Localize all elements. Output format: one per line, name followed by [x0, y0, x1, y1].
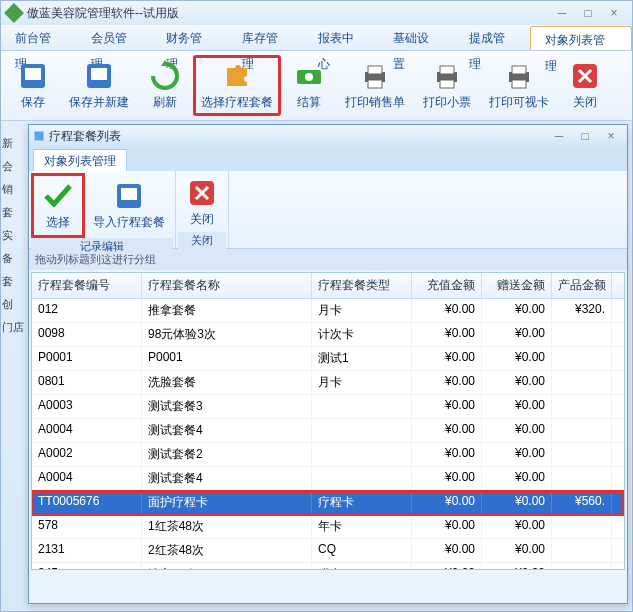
cell: ¥0.00 — [482, 347, 552, 370]
toolbar-puzzle-button[interactable]: 选择疗程套餐 — [193, 55, 281, 116]
toolbar-save-new-button[interactable]: 保存并新建 — [61, 55, 137, 116]
cell: 2131 — [32, 539, 142, 562]
cell: ¥0.00 — [482, 299, 552, 322]
sub-minimize-button[interactable]: ─ — [547, 128, 571, 144]
cell: ¥0.00 — [482, 323, 552, 346]
tab-object-list[interactable]: 对象列表管理 — [33, 149, 127, 171]
table-row[interactable]: P0001P0001测试1¥0.00¥0.00 — [32, 347, 624, 371]
cell: 面护疗程卡 — [142, 491, 312, 514]
toolbar-label: 打印销售单 — [345, 94, 405, 111]
ribbon-close-button[interactable]: 关闭 — [178, 173, 226, 232]
column-header[interactable]: 疗程套餐编号 — [32, 273, 142, 298]
grid-body[interactable]: 012推拿套餐月卡¥0.00¥0.00¥320.009898元体验3次计次卡¥0… — [32, 299, 624, 569]
cell: ¥0.00 — [412, 323, 482, 346]
cell: ¥0.00 — [412, 443, 482, 466]
menu-item[interactable]: 报表中心 — [304, 25, 380, 50]
toolbar-refresh-button[interactable]: 刷新 — [139, 55, 191, 116]
table-row[interactable]: 0801洗脸套餐月卡¥0.00¥0.00 — [32, 371, 624, 395]
ribbon-import-button[interactable]: 导入疗程套餐 — [85, 173, 173, 238]
toolbar-print-button[interactable]: 打印可视卡 — [481, 55, 557, 116]
cell: 98元体验3次 — [142, 323, 312, 346]
menu-item[interactable]: 对象列表管理 — [530, 26, 631, 50]
svg-rect-14 — [512, 80, 526, 88]
column-header[interactable]: 产品金额 — [552, 273, 612, 298]
table-row[interactable]: 21312红茶48次CQ¥0.00¥0.00 — [32, 539, 624, 563]
table-row[interactable]: A0003测试套餐3¥0.00¥0.00 — [32, 395, 624, 419]
svg-rect-18 — [121, 188, 137, 200]
cell: ¥0.00 — [482, 443, 552, 466]
puzzle-icon — [221, 60, 253, 92]
maximize-button[interactable]: □ — [576, 5, 600, 21]
cell: A0002 — [32, 443, 142, 466]
cell — [312, 443, 412, 466]
toolbar-close-button[interactable]: 关闭 — [559, 55, 611, 116]
close-icon — [186, 177, 218, 209]
cell: 345 — [32, 563, 142, 569]
title-bar: 傲蓝美容院管理软件--试用版 ─ □ × — [1, 1, 632, 25]
cell — [312, 419, 412, 442]
minimize-button[interactable]: ─ — [550, 5, 574, 21]
print-icon — [359, 60, 391, 92]
cell: 012 — [32, 299, 142, 322]
column-header[interactable]: 充值金额 — [412, 273, 482, 298]
table-row[interactable]: 5781红茶48次年卡¥0.00¥0.00 — [32, 515, 624, 539]
app-logo-icon — [4, 3, 24, 23]
cell: ¥0.00 — [412, 515, 482, 538]
cell — [552, 419, 612, 442]
main-toolbar: 保存保存并新建刷新选择疗程套餐结算打印销售单打印小票打印可视卡关闭 — [1, 51, 632, 121]
menu-item[interactable]: 库存管理 — [228, 25, 304, 50]
column-header[interactable]: 疗程套餐名称 — [142, 273, 312, 298]
cell — [552, 467, 612, 490]
table-row[interactable]: TT0005676面护疗程卡疗程卡¥0.00¥0.00¥560. — [32, 491, 624, 515]
save-icon — [17, 60, 49, 92]
menu-bar: 前台管理会员管理财务管理库存管理报表中心基础设置提成管理对象列表管理 — [1, 25, 632, 51]
close-button[interactable]: × — [602, 5, 626, 21]
toolbar-label: 刷新 — [153, 94, 177, 111]
menu-item[interactable]: 会员管理 — [77, 25, 153, 50]
cell: ¥0.00 — [482, 395, 552, 418]
ribbon-check-button[interactable]: 选择 — [31, 173, 85, 238]
group-by-header[interactable]: 拖动列标题到这进行分组 — [29, 249, 627, 270]
cell: 计次卡 — [312, 323, 412, 346]
table-row[interactable]: 009898元体验3次计次卡¥0.00¥0.00 — [32, 323, 624, 347]
toolbar-money-button[interactable]: 结算 — [283, 55, 335, 116]
toolbar-label: 结算 — [297, 94, 321, 111]
menu-item[interactable]: 基础设置 — [379, 25, 455, 50]
column-header[interactable]: 赠送金额 — [482, 273, 552, 298]
menu-item[interactable]: 前台管理 — [1, 25, 77, 50]
cell: P0001 — [32, 347, 142, 370]
print-icon — [503, 60, 535, 92]
ribbon-label: 导入疗程套餐 — [93, 214, 165, 231]
cell — [552, 443, 612, 466]
cell: P0001 — [142, 347, 312, 370]
svg-rect-11 — [440, 80, 454, 88]
table-row[interactable]: A0002测试套餐2¥0.00¥0.00 — [32, 443, 624, 467]
table-row[interactable]: 345洗衣48次膜卡¥0.00¥0.00 — [32, 563, 624, 569]
side-label: 备 — [2, 251, 26, 266]
column-header[interactable]: 疗程套餐类型 — [312, 273, 412, 298]
side-label: 实 — [2, 228, 26, 243]
menu-item[interactable]: 提成管理 — [455, 25, 531, 50]
sub-maximize-button[interactable]: □ — [573, 128, 597, 144]
toolbar-print-button[interactable]: 打印小票 — [415, 55, 479, 116]
side-label: 套 — [2, 205, 26, 220]
package-list-window: 疗程套餐列表 ─ □ × 对象列表管理 选择导入疗程套餐记录编辑关闭关闭 拖动列… — [28, 124, 628, 604]
table-row[interactable]: A0004测试套餐4¥0.00¥0.00 — [32, 467, 624, 491]
menu-item[interactable]: 财务管理 — [152, 25, 228, 50]
cell: ¥0.00 — [482, 419, 552, 442]
table-row[interactable]: 012推拿套餐月卡¥0.00¥0.00¥320. — [32, 299, 624, 323]
cell: 测试套餐3 — [142, 395, 312, 418]
toolbar-save-button[interactable]: 保存 — [7, 55, 59, 116]
table-row[interactable]: A0004测试套餐4¥0.00¥0.00 — [32, 419, 624, 443]
sub-tabs: 对象列表管理 — [29, 147, 627, 171]
cell: 洗脸套餐 — [142, 371, 312, 394]
cell — [552, 563, 612, 569]
sub-close-button[interactable]: × — [599, 128, 623, 144]
cell — [552, 371, 612, 394]
toolbar-print-button[interactable]: 打印销售单 — [337, 55, 413, 116]
cell: A0003 — [32, 395, 142, 418]
cell — [312, 467, 412, 490]
ribbon-group-label: 关闭 — [178, 232, 226, 249]
cell: A0004 — [32, 419, 142, 442]
cell: ¥0.00 — [412, 395, 482, 418]
